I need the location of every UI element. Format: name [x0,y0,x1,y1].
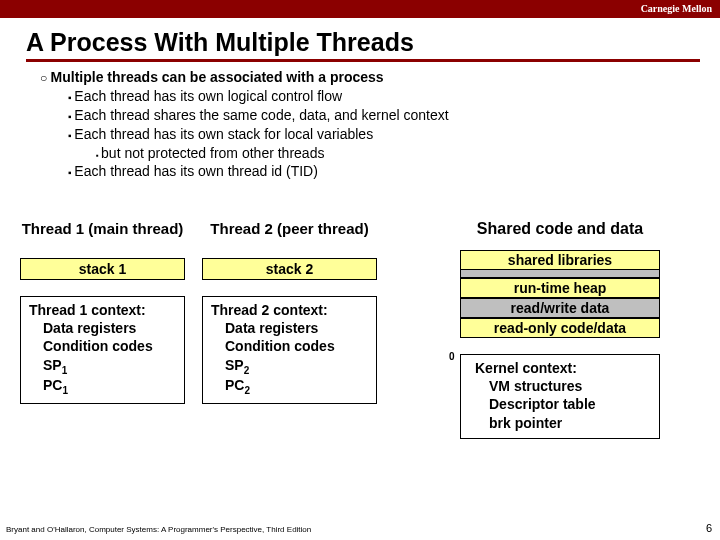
zero-label: 0 [449,351,455,362]
thread2-ctx-title: Thread 2 context: [211,301,368,319]
bullet-list: Multiple threads can be associated with … [0,62,720,181]
bullet-sub1: Each thread has its own logical control … [40,87,700,106]
shared-libraries-cell: shared libraries [460,250,660,270]
kernel-brk: brk pointer [475,414,651,432]
thread1-stack: stack 1 [20,258,185,280]
page-number: 6 [706,522,712,534]
thread2-ctx-pc: PC2 [211,376,368,397]
thread1-ctx-title: Thread 1 context: [29,301,176,319]
bullet-sub2: Each thread shares the same code, data, … [40,106,700,125]
gap-cell [460,270,660,278]
kernel-ctx-title: Kernel context: [475,359,651,377]
thread2-stack: stack 2 [202,258,377,280]
thread2-column: Thread 2 (peer thread) stack 2 Thread 2 … [202,220,377,404]
thread2-ctx-registers: Data registers [211,319,368,337]
thread1-ctx-registers: Data registers [29,319,176,337]
bullet-main: Multiple threads can be associated with … [40,68,700,87]
brand-bar: Carnegie Mellon [0,0,720,18]
bullet-sub3: Each thread has its own stack for local … [40,125,700,144]
thread1-ctx-pc: PC1 [29,376,176,397]
thread2-heading: Thread 2 (peer thread) [202,220,377,240]
kernel-desc: Descriptor table [475,395,651,413]
diagram-area: Thread 1 (main thread) stack 1 Thread 1 … [0,220,720,520]
shared-column: Shared code and data 0 shared libraries … [460,220,660,439]
kernel-vm: VM structures [475,377,651,395]
brand-label: Carnegie Mellon [641,3,712,14]
thread2-ctx-condcodes: Condition codes [211,337,368,355]
footer-citation: Bryant and O'Hallaron, Computer Systems:… [6,525,311,534]
thread1-context-box: Thread 1 context: Data registers Conditi… [20,296,185,404]
thread1-column: Thread 1 (main thread) stack 1 Thread 1 … [20,220,185,404]
thread1-ctx-sp: SP1 [29,356,176,377]
bullet-sub3a: but not protected from other threads [40,144,700,163]
kernel-context-box: Kernel context: VM structures Descriptor… [460,354,660,439]
bullet-sub4: Each thread has its own thread id (TID) [40,162,700,181]
rw-data-cell: read/write data [460,298,660,318]
heap-cell: run-time heap [460,278,660,298]
thread1-heading: Thread 1 (main thread) [20,220,185,240]
thread2-context-box: Thread 2 context: Data registers Conditi… [202,296,377,404]
shared-memory-stack: 0 shared libraries run-time heap read/wr… [460,250,660,338]
slide-title: A Process With Multiple Threads [0,18,720,59]
ro-code-cell: read-only code/data [460,318,660,338]
thread1-ctx-condcodes: Condition codes [29,337,176,355]
thread2-ctx-sp: SP2 [211,356,368,377]
shared-heading: Shared code and data [460,220,660,238]
